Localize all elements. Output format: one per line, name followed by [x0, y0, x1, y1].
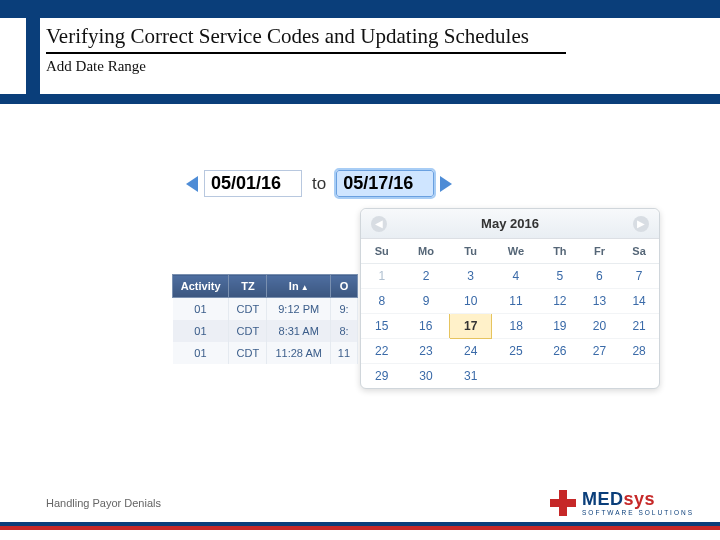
calendar-day[interactable]: 10 — [449, 289, 491, 314]
logo-main: MEDsys — [582, 490, 694, 508]
calendar-day[interactable]: 14 — [619, 289, 659, 314]
date-from-input[interactable] — [204, 170, 302, 197]
calendar-day[interactable]: 9 — [403, 289, 450, 314]
calendar-popup: ◀ May 2016 ▶ SuMoTuWeThFrSa 123456789101… — [360, 208, 660, 389]
calendar-day[interactable]: 6 — [580, 264, 619, 289]
calendar-week-row: 1234567 — [361, 264, 659, 289]
left-blue-accent — [26, 0, 40, 104]
table-cell: 8:31 AM — [267, 320, 331, 342]
calendar-dow: Su — [361, 239, 403, 264]
calendar-dow: Th — [540, 239, 580, 264]
top-blue-bar — [0, 0, 720, 18]
calendar-title: May 2016 — [481, 216, 539, 231]
activity-header-row: ActivityTZIn▲O — [173, 275, 358, 298]
calendar-day[interactable]: 3 — [449, 264, 491, 289]
calendar-prev-icon[interactable]: ◀ — [371, 216, 387, 232]
sort-arrow-icon: ▲ — [301, 283, 309, 292]
calendar-week-row: 15161718192021 — [361, 314, 659, 339]
table-row[interactable]: 01CDT11:28 AM11 — [173, 342, 358, 364]
table-cell: 01 — [173, 298, 229, 321]
calendar-day[interactable]: 13 — [580, 289, 619, 314]
activity-header[interactable]: TZ — [229, 275, 267, 298]
calendar-day[interactable]: 4 — [492, 264, 540, 289]
content-area: to ◀ May 2016 ▶ SuMoTuWeThFrSa 123456789… — [186, 170, 676, 197]
calendar-day[interactable]: 19 — [540, 314, 580, 339]
calendar-day[interactable]: 21 — [619, 314, 659, 339]
calendar-day[interactable]: 20 — [580, 314, 619, 339]
calendar-day[interactable]: 16 — [403, 314, 450, 339]
calendar-dow: Tu — [449, 239, 491, 264]
calendar-day — [619, 364, 659, 389]
table-row[interactable]: 01CDT9:12 PM9: — [173, 298, 358, 321]
table-cell: CDT — [229, 320, 267, 342]
medsys-logo: MEDsys SOFTWARE SOLUTIONS — [550, 490, 694, 517]
next-range-icon[interactable] — [440, 176, 452, 192]
footer-red-line — [0, 526, 720, 530]
page-subtitle: Add Date Range — [46, 58, 700, 75]
calendar-day[interactable]: 29 — [361, 364, 403, 389]
prev-range-icon[interactable] — [186, 176, 198, 192]
calendar-week-row: 891011121314 — [361, 289, 659, 314]
activity-header[interactable]: In▲ — [267, 275, 331, 298]
table-cell: CDT — [229, 342, 267, 364]
logo-cross-icon — [550, 490, 576, 516]
calendar-day[interactable]: 24 — [449, 339, 491, 364]
calendar-dow: Sa — [619, 239, 659, 264]
calendar-day[interactable]: 17 — [449, 314, 491, 339]
calendar-week-row: 22232425262728 — [361, 339, 659, 364]
page-title: Verifying Correct Service Codes and Upda… — [46, 24, 566, 54]
calendar-day — [580, 364, 619, 389]
calendar-day[interactable]: 23 — [403, 339, 450, 364]
activity-header[interactable]: Activity — [173, 275, 229, 298]
calendar-day[interactable]: 31 — [449, 364, 491, 389]
calendar-next-icon[interactable]: ▶ — [633, 216, 649, 232]
table-cell: 01 — [173, 320, 229, 342]
table-cell: 11:28 AM — [267, 342, 331, 364]
calendar-day[interactable]: 8 — [361, 289, 403, 314]
calendar-day[interactable]: 2 — [403, 264, 450, 289]
table-cell: 01 — [173, 342, 229, 364]
calendar-header: ◀ May 2016 ▶ — [361, 209, 659, 239]
calendar-day[interactable]: 12 — [540, 289, 580, 314]
mid-blue-bar — [0, 94, 720, 104]
calendar-dow: Mo — [403, 239, 450, 264]
logo-text: MEDsys SOFTWARE SOLUTIONS — [582, 490, 694, 517]
calendar-dow: Fr — [580, 239, 619, 264]
table-cell: 9: — [330, 298, 357, 321]
calendar-day[interactable]: 30 — [403, 364, 450, 389]
calendar-day[interactable]: 18 — [492, 314, 540, 339]
calendar-day[interactable]: 7 — [619, 264, 659, 289]
calendar-day[interactable]: 11 — [492, 289, 540, 314]
title-area: Verifying Correct Service Codes and Upda… — [46, 24, 700, 75]
calendar-dow: We — [492, 239, 540, 264]
calendar-day[interactable]: 26 — [540, 339, 580, 364]
calendar-day[interactable]: 5 — [540, 264, 580, 289]
calendar-day — [492, 364, 540, 389]
calendar-grid: SuMoTuWeThFrSa 1234567891011121314151617… — [361, 239, 659, 388]
logo-sub: SOFTWARE SOLUTIONS — [582, 510, 694, 517]
footer-text: Handling Payor Denials — [46, 497, 161, 509]
calendar-day[interactable]: 1 — [361, 264, 403, 289]
calendar-day[interactable]: 25 — [492, 339, 540, 364]
date-to-input[interactable] — [336, 170, 434, 197]
calendar-day[interactable]: 27 — [580, 339, 619, 364]
table-cell: 11 — [330, 342, 357, 364]
date-range-row: to — [186, 170, 676, 197]
table-cell: 9:12 PM — [267, 298, 331, 321]
activity-table: ActivityTZIn▲O 01CDT9:12 PM9:01CDT8:31 A… — [172, 274, 358, 364]
calendar-week-row: 293031 — [361, 364, 659, 389]
calendar-day[interactable]: 22 — [361, 339, 403, 364]
calendar-day — [540, 364, 580, 389]
footer: Handling Payor Denials MEDsys SOFTWARE S… — [0, 484, 720, 531]
table-cell: 8: — [330, 320, 357, 342]
calendar-day[interactable]: 15 — [361, 314, 403, 339]
to-label: to — [312, 174, 326, 194]
table-row[interactable]: 01CDT8:31 AM8: — [173, 320, 358, 342]
calendar-day[interactable]: 28 — [619, 339, 659, 364]
calendar-dow-row: SuMoTuWeThFrSa — [361, 239, 659, 264]
activity-header[interactable]: O — [330, 275, 357, 298]
table-cell: CDT — [229, 298, 267, 321]
